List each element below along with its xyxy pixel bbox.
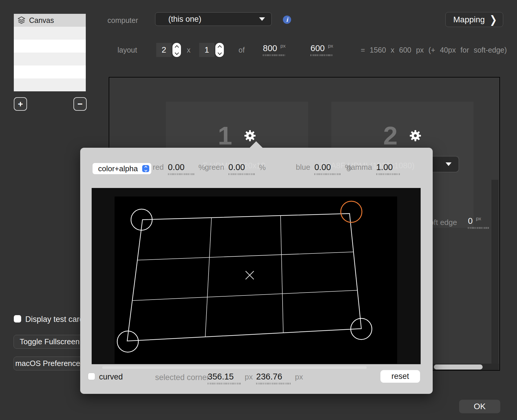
warp-canvas[interactable]	[115, 196, 397, 364]
gamma-label: gamma	[347, 163, 372, 172]
grid-line	[132, 290, 357, 300]
drag-ticks	[376, 173, 400, 175]
green-field[interactable]: green 0.00 %	[205, 163, 266, 175]
mapping-label: Mapping	[453, 15, 485, 24]
drag-ticks	[256, 383, 291, 384]
layer-row-empty[interactable]	[14, 53, 86, 65]
add-layer-button[interactable]: +	[14, 97, 27, 111]
mapping-button[interactable]: Mapping ❯	[445, 12, 503, 27]
blue-label: blue	[296, 163, 310, 172]
soft-edge-value: 0	[468, 217, 473, 225]
toggle-fullscreen-button[interactable]: Toggle Fullscreen	[14, 335, 86, 349]
corner-handle-top-right-selected[interactable]	[341, 201, 362, 222]
layout-cols-stepper[interactable]	[172, 43, 181, 57]
layout-of-label: of	[239, 46, 245, 54]
layers-icon	[17, 16, 26, 24]
select-stepper-icon	[142, 165, 149, 172]
percent-unit: %	[199, 163, 205, 172]
computer-select-value: (this one)	[168, 15, 202, 24]
red-value: 0.00	[168, 163, 184, 172]
corner-y-field[interactable]: 236.76 px	[256, 372, 303, 384]
stepper-down-icon	[174, 51, 179, 55]
stepper-up-icon	[174, 45, 179, 49]
ok-button[interactable]: OK	[459, 400, 500, 413]
gamma-field[interactable]: gamma 1.00	[347, 163, 400, 175]
remove-layer-button[interactable]: −	[73, 97, 87, 111]
layer-item-label: Canvas	[29, 16, 54, 25]
stage-vertical-scrollbar[interactable]	[491, 180, 498, 364]
mode-select[interactable]: color+alpha	[93, 163, 151, 174]
display-test-card-label: Display test card	[25, 315, 84, 324]
macos-preferences-button[interactable]: macOS Preferences	[14, 357, 86, 370]
curved-checkbox[interactable]	[88, 373, 95, 380]
stage-horizontal-scrollbar-thumb[interactable]	[434, 364, 483, 369]
gear-icon[interactable]	[409, 130, 422, 142]
corner-x-field[interactable]: 356.15 px	[208, 372, 253, 384]
grid-line	[281, 216, 283, 333]
grid-line	[137, 252, 354, 260]
gear-icon[interactable]	[244, 130, 256, 142]
canvas-height-field[interactable]: 600px	[310, 44, 333, 56]
warp-quad-outline	[127, 214, 361, 341]
drag-ticks	[314, 173, 341, 175]
canvas-width-value: 800	[263, 44, 277, 53]
percent-unit: %	[259, 163, 266, 172]
px-unit: px	[328, 43, 333, 48]
blue-field[interactable]: blue 0.00 %	[296, 163, 352, 175]
computer-select[interactable]: (this one)	[155, 12, 272, 26]
layout-rows-field[interactable]: 1	[199, 43, 214, 57]
curved-label: curved	[99, 372, 123, 382]
drag-ticks	[310, 54, 333, 56]
panel-2-number: 2	[383, 123, 398, 149]
drag-ticks	[208, 383, 241, 384]
warp-scrollbar[interactable]	[102, 366, 367, 369]
px-unit: px	[280, 43, 286, 48]
grid-line	[205, 218, 212, 337]
warp-viewport	[92, 188, 421, 364]
selected-corner-label: selected corner	[155, 373, 209, 382]
px-unit: px	[245, 372, 253, 382]
px-unit: px	[476, 216, 481, 221]
corner-x-value: 356.15	[208, 372, 234, 381]
computer-label: computer	[106, 16, 138, 25]
layout-label: layout	[118, 46, 137, 54]
warp-grid	[115, 196, 397, 364]
canvas-width-field[interactable]: 800px	[263, 44, 286, 56]
drag-ticks	[168, 173, 194, 175]
drag-ticks	[229, 173, 255, 175]
layout-rows-stepper[interactable]	[215, 43, 224, 57]
green-label: green	[205, 163, 224, 172]
drag-ticks	[468, 227, 490, 229]
corner-pin-popover: F HDMI (1920x10 K3A8F HDMI (1920x1080) c…	[80, 148, 433, 394]
window: Canvas + − computer (this one) i Mapping…	[0, 0, 517, 420]
layer-row-empty[interactable]	[14, 27, 86, 40]
corner-y-value: 236.76	[256, 372, 282, 381]
drag-ticks	[263, 54, 286, 56]
layout-times-label: x	[187, 46, 191, 54]
green-value: 0.00	[229, 163, 245, 172]
layer-row-empty[interactable]	[14, 65, 86, 78]
stepper-up-icon	[217, 45, 221, 49]
mode-select-value: color+alpha	[98, 164, 138, 173]
layer-list: Canvas	[14, 14, 86, 91]
display-test-card-checkbox[interactable]	[14, 315, 21, 322]
panel-1-number: 1	[218, 123, 232, 149]
blue-value: 0.00	[314, 163, 331, 172]
layout-cols-field[interactable]: 2	[156, 43, 172, 57]
layer-row-empty[interactable]	[14, 40, 86, 53]
popover-arrow	[249, 141, 263, 148]
layout-summary: = 1560 x 600 px (+ 40px for soft-edge)	[361, 46, 507, 54]
red-field[interactable]: red 0.00 %	[153, 163, 205, 175]
info-icon[interactable]: i	[283, 16, 291, 24]
px-unit: px	[295, 372, 303, 382]
dropdown-arrow-icon	[446, 162, 451, 166]
chevron-right-icon: ❯	[490, 14, 497, 26]
center-cross-icon	[246, 271, 254, 279]
layer-row-empty[interactable]	[14, 78, 86, 91]
dropdown-arrow-icon	[259, 17, 265, 21]
gamma-value: 1.00	[376, 163, 393, 172]
canvas-height-value: 600	[310, 44, 325, 53]
layer-item-canvas[interactable]: Canvas	[14, 14, 86, 27]
reset-button[interactable]: reset	[380, 370, 420, 383]
soft-edge-field[interactable]: 0px	[468, 217, 490, 229]
